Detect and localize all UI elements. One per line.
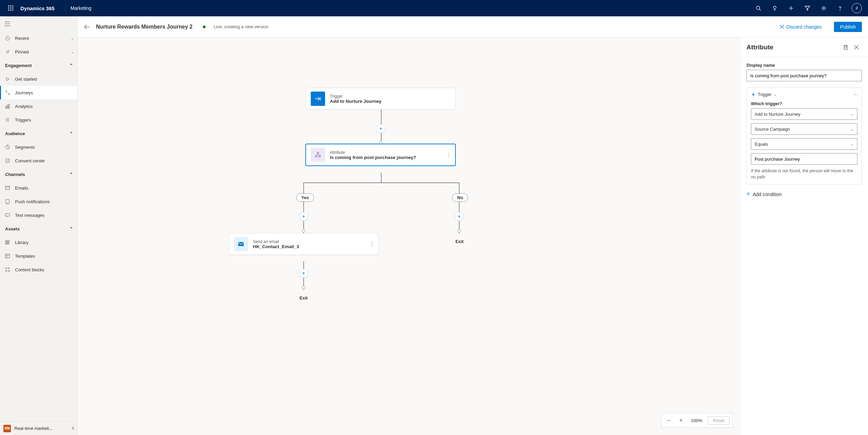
- brand-label[interactable]: Dynamics 365: [20, 5, 54, 11]
- sidebar-item-templates[interactable]: Templates: [0, 249, 77, 263]
- field-select[interactable]: Source Campaign ⌄: [751, 123, 857, 135]
- node-attribute[interactable]: Attribute Is coming from post purchase j…: [306, 144, 455, 166]
- node-name: Add to Nurture Journey: [330, 99, 382, 104]
- attribute-icon: [311, 148, 325, 162]
- help-icon[interactable]: [832, 0, 848, 16]
- panel-title: Attribute: [746, 44, 840, 51]
- topbar-separator: [65, 4, 66, 12]
- app-launcher-icon[interactable]: [3, 0, 19, 16]
- journey-canvas[interactable]: Trigger Add to Nurture Journey +: [78, 37, 740, 435]
- add-step-button[interactable]: +: [376, 124, 385, 133]
- sidebar-item-label: Push notifications: [15, 199, 50, 204]
- svg-rect-53: [238, 242, 244, 246]
- footer-badge: RM: [3, 425, 11, 432]
- node-email[interactable]: Send an email HK_Contact_Email_3 ⋮: [229, 233, 379, 255]
- group-label: Engagement: [5, 63, 32, 68]
- svg-point-42: [8, 268, 10, 269]
- sidebar-group-assets[interactable]: Assets ⌃: [0, 222, 77, 236]
- operator-select[interactable]: Equals ⌄: [751, 138, 857, 150]
- svg-rect-1: [10, 5, 11, 6]
- sidebar-footer[interactable]: RM Real-time marketi... ⇕: [0, 421, 77, 435]
- sidebar-item-blocks[interactable]: Content blocks: [0, 263, 77, 276]
- sidebar-group-channels[interactable]: Channels ⌃: [0, 167, 77, 181]
- sidebar-item-label: Consent center: [15, 158, 45, 163]
- sidebar-group-audience[interactable]: Audience ⌃: [0, 127, 77, 140]
- connector: [303, 182, 459, 183]
- filter-icon[interactable]: [799, 0, 816, 16]
- hamburger-icon[interactable]: [0, 16, 77, 31]
- condition-type-selector[interactable]: Trigger ⌄: [751, 92, 857, 97]
- zoom-out-button[interactable]: −: [664, 416, 673, 425]
- lightbulb-icon[interactable]: [767, 0, 783, 16]
- node-trigger[interactable]: Trigger Add to Nurture Journey: [306, 88, 455, 110]
- input-port[interactable]: [302, 229, 305, 232]
- back-icon[interactable]: [84, 25, 90, 29]
- node-type-label: Trigger: [330, 94, 382, 99]
- add-icon[interactable]: [783, 0, 799, 16]
- add-step-button[interactable]: +: [299, 212, 308, 221]
- footer-label: Real-time marketi...: [14, 426, 68, 431]
- publish-button[interactable]: Publish: [834, 22, 862, 32]
- chevron-down-icon: ⌄: [71, 36, 74, 41]
- sidebar-item-get-started[interactable]: Get started: [0, 72, 77, 86]
- more-icon[interactable]: ⋮: [446, 152, 452, 158]
- sidebar-item-label: Analytics: [15, 104, 33, 109]
- library-icon: [5, 240, 10, 245]
- which-trigger-label: Which trigger?: [751, 101, 857, 106]
- sidebar-item-text[interactable]: Text messages: [0, 208, 77, 222]
- sidebar-pinned[interactable]: Pinned ⌄: [0, 45, 77, 59]
- sidebar-item-label: Recent: [15, 36, 66, 41]
- trigger-select[interactable]: Add to Nurture Journey ⌄: [751, 108, 857, 120]
- push-icon: [5, 199, 10, 204]
- exit-port[interactable]: [457, 229, 461, 232]
- node-type-label: Attribute: [330, 150, 416, 155]
- add-condition-button[interactable]: + Add condition: [746, 191, 862, 198]
- sidebar-item-journeys[interactable]: Journeys: [0, 86, 77, 99]
- svg-point-24: [5, 91, 6, 92]
- main-header: Nurture Rewards Members Journey 2 Live, …: [78, 16, 868, 37]
- sidebar-recent[interactable]: Recent ⌄: [0, 31, 77, 45]
- gear-icon[interactable]: [816, 0, 832, 16]
- branch-connector-no: [459, 182, 460, 233]
- text-message-icon: [5, 213, 10, 218]
- sidebar-item-triggers[interactable]: Triggers: [0, 113, 77, 127]
- sidebar-item-push[interactable]: Push notifications: [0, 195, 77, 208]
- sidebar-item-library[interactable]: Library: [0, 236, 77, 249]
- svg-rect-26: [5, 107, 6, 108]
- discard-button[interactable]: Discard changes: [780, 24, 822, 30]
- sidebar-item-segments[interactable]: Segments: [0, 140, 77, 154]
- sidebar-group-engagement[interactable]: Engagement ⌃: [0, 59, 77, 72]
- journeys-icon: [5, 90, 10, 95]
- main: Nurture Rewards Members Journey 2 Live, …: [78, 16, 868, 435]
- more-icon[interactable]: ⋯: [853, 91, 858, 98]
- status-text: Live, creating a new version: [214, 24, 269, 29]
- svg-rect-5: [12, 7, 13, 9]
- svg-point-25: [9, 94, 10, 95]
- branch-no[interactable]: No: [452, 193, 468, 202]
- exit-port[interactable]: [302, 286, 305, 289]
- chevron-down-icon: ⌄: [851, 127, 854, 131]
- user-avatar[interactable]: #: [852, 3, 862, 13]
- condition-value-input[interactable]: [751, 153, 857, 165]
- close-icon[interactable]: [851, 42, 862, 53]
- updown-icon: ⇕: [71, 426, 75, 431]
- journey-title: Nurture Rewards Members Journey 2: [96, 24, 193, 30]
- svg-rect-35: [5, 241, 6, 244]
- sidebar-item-analytics[interactable]: Analytics: [0, 99, 77, 113]
- display-name-input[interactable]: [746, 70, 862, 81]
- sidebar-item-emails[interactable]: Emails: [0, 181, 77, 195]
- zoom-reset-button[interactable]: Reset: [708, 416, 729, 425]
- condition-type-label: Trigger: [758, 92, 772, 97]
- sidebar-item-label: Templates: [15, 254, 35, 259]
- close-icon: [780, 25, 784, 29]
- add-step-button[interactable]: +: [299, 269, 308, 278]
- add-step-button[interactable]: +: [455, 212, 464, 221]
- zoom-in-button[interactable]: +: [677, 416, 686, 425]
- module-label[interactable]: Marketing: [70, 5, 91, 11]
- svg-rect-38: [5, 254, 10, 258]
- branch-yes[interactable]: Yes: [296, 193, 314, 202]
- delete-icon[interactable]: [840, 42, 851, 53]
- more-icon[interactable]: ⋮: [369, 241, 375, 247]
- sidebar-item-consent[interactable]: Consent center: [0, 154, 77, 167]
- search-icon[interactable]: [750, 0, 767, 16]
